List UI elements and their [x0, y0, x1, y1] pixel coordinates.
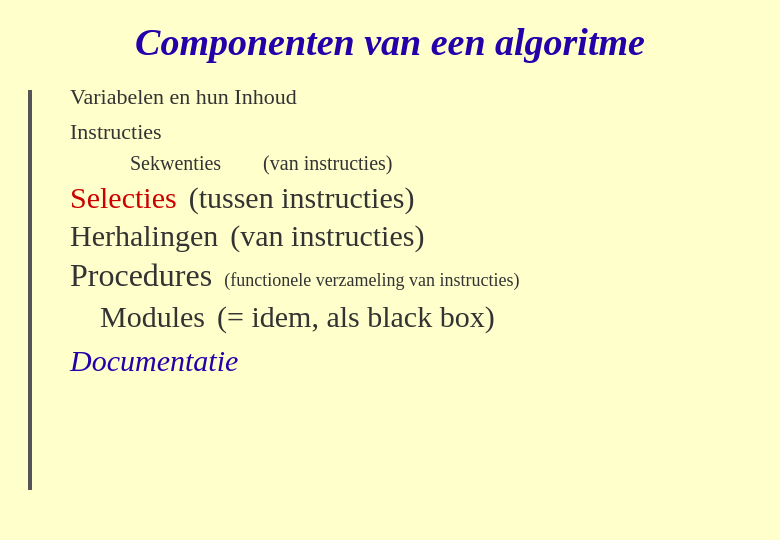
documentatie-row: Documentatie [70, 340, 740, 382]
modules-label: Modules [100, 300, 205, 334]
herhalingen-label: Herhalingen [70, 219, 218, 253]
modules-desc: (= idem, als black box) [217, 300, 495, 334]
selecties-label: Selecties [70, 181, 177, 215]
procedures-desc: (functionele verzameling van instructies… [224, 270, 519, 291]
list-item: Instructies [70, 117, 740, 148]
instructies-text: Instructies [70, 119, 162, 144]
herhalingen-desc: (van instructies) [230, 219, 424, 253]
documentatie-text: Documentatie [70, 344, 238, 377]
slide-container: Componenten van een algoritme Variabelen… [0, 0, 780, 540]
modules-row: Modules (= idem, als black box) [70, 300, 740, 334]
procedures-label: Procedures [70, 257, 212, 294]
variabelen-text: Variabelen en hun Inhoud [70, 84, 297, 109]
list-item: Variabelen en hun Inhoud [70, 82, 740, 113]
herhalingen-row: Herhalingen (van instructies) [70, 219, 740, 253]
sekwenties-desc: (van instructies) [233, 152, 392, 175]
left-border-decoration [28, 90, 32, 490]
selecties-row: Selecties (tussen instructies) [70, 181, 740, 215]
sekwenties-label: Sekwenties [100, 152, 221, 175]
selecties-desc: (tussen instructies) [189, 181, 415, 215]
procedures-row: Procedures (functionele verzameling van … [70, 257, 740, 294]
content-area: Variabelen en hun Inhoud Instructies Sek… [40, 82, 740, 382]
sekwenties-row: Sekwenties (van instructies) [70, 152, 740, 175]
slide-title: Componenten van een algoritme [40, 20, 740, 64]
